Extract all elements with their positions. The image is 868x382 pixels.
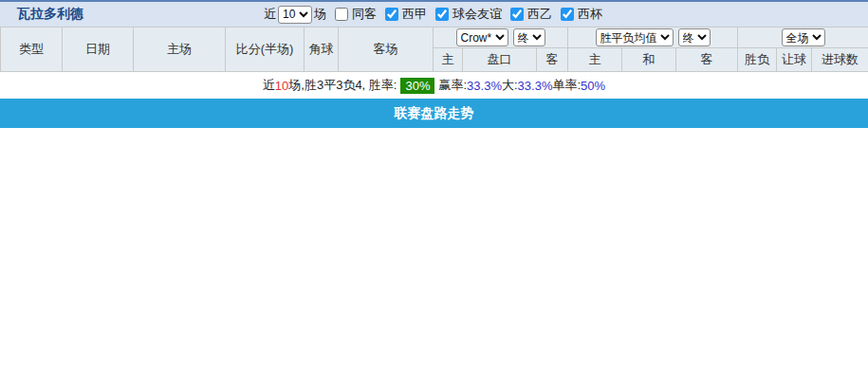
- match-history-panel: 瓦拉多利德 近 10 场 同客 西甲 球会友谊 西乙 西杯: [0, 0, 868, 382]
- match-count-select[interactable]: 10: [278, 6, 312, 24]
- col-header-home: 主场: [134, 27, 226, 72]
- same-away-checkbox[interactable]: [335, 8, 348, 21]
- col-header-away: 客场: [339, 27, 434, 72]
- league-checkbox-copa[interactable]: [561, 8, 574, 21]
- col-header-corner: 角球: [305, 27, 339, 72]
- summary-text: 赢率:: [438, 77, 467, 94]
- win-rate-badge: 30%: [400, 78, 434, 94]
- sub-header-avg-home: 主: [568, 48, 622, 72]
- scope-selector-cell: 全场: [738, 27, 868, 48]
- bookmaker-selector-cell: Crow* 终: [434, 27, 568, 48]
- col-header-date: 日期: [63, 27, 134, 72]
- league-checkbox-segunda[interactable]: [510, 8, 524, 21]
- team-title: 瓦拉多利德: [0, 6, 83, 23]
- record-summary: 近10场,胜3平3负4, 胜率:30%赢率:33.3% 大:33.3% 单率:5…: [0, 72, 868, 99]
- matches-label: 场: [314, 6, 326, 23]
- league-label-copa: 西杯: [578, 6, 602, 23]
- sub-header-crow-home: 主: [434, 48, 463, 72]
- sub-header-handicap: 盘口: [463, 48, 537, 72]
- section-footer-bar: 联赛盘路走势: [0, 99, 868, 128]
- summary-text: 33.3%: [518, 79, 553, 93]
- avg-odds-select[interactable]: 胜平负均值: [596, 28, 674, 46]
- league-checkbox-friendly[interactable]: [435, 8, 449, 21]
- sub-header-crow-away: 客: [537, 48, 568, 72]
- bookmaker-state-select[interactable]: 终: [513, 28, 545, 46]
- avg-state-select[interactable]: 终: [678, 28, 711, 46]
- sub-header-avg-away: 客: [676, 48, 738, 72]
- summary-text: 场,胜3平3负4, 胜率:: [288, 77, 397, 94]
- same-away-label: 同客: [352, 6, 377, 23]
- summary-text: 50%: [581, 79, 605, 93]
- league-label-friendly: 球会友谊: [452, 6, 502, 23]
- summary-text: 单率:: [552, 77, 581, 94]
- match-table: 类型 日期 主场 比分(半场) 角球 客场 Crow* 终: [0, 27, 868, 72]
- summary-text: 近: [263, 77, 275, 94]
- filter-controls: 近 10 场 同客 西甲 球会友谊 西乙 西杯: [262, 6, 604, 24]
- league-label-segunda: 西乙: [527, 6, 552, 23]
- scope-select[interactable]: 全场: [782, 28, 825, 46]
- near-label: 近: [264, 6, 276, 23]
- league-label-liga: 西甲: [402, 6, 427, 23]
- summary-text: 33.3%: [467, 79, 502, 93]
- sub-header-goals-result: 进球数: [812, 48, 868, 72]
- sub-header-avg-draw: 和: [622, 48, 676, 72]
- bookmaker-select[interactable]: Crow*: [456, 28, 508, 46]
- summary-text: 大:: [502, 77, 518, 94]
- sub-header-handicap-result: 让球: [777, 48, 812, 72]
- col-header-type: 类型: [1, 27, 63, 72]
- avg-odds-selector-cell: 胜平负均值 终: [568, 27, 738, 48]
- league-checkbox-liga[interactable]: [385, 8, 398, 21]
- title-bar: 瓦拉多利德 近 10 场 同客 西甲 球会友谊 西乙 西杯: [0, 0, 868, 27]
- summary-text: 10: [275, 79, 288, 93]
- sub-header-result: 胜负: [738, 48, 777, 72]
- col-header-score: 比分(半场): [226, 27, 305, 72]
